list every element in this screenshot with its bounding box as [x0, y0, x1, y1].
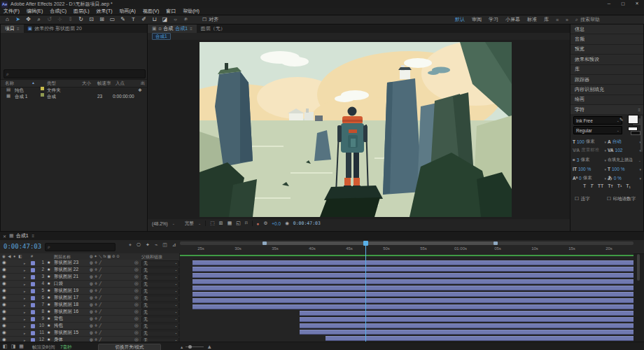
- mask-visibility-icon[interactable]: ⬚: [210, 220, 215, 226]
- pickwhip-icon[interactable]: ◎: [134, 316, 139, 321]
- font-family-select[interactable]: Ink Free ⌄: [573, 116, 622, 125]
- project-search-input[interactable]: ⌕: [4, 69, 146, 78]
- vertical-scale-field[interactable]: ⅠT 100 % ▾: [573, 165, 606, 173]
- ligatures-checkbox[interactable]: ☐ 连字: [575, 196, 590, 202]
- panel-menu-icon[interactable]: ≡: [190, 27, 192, 31]
- layer-bar[interactable]: [192, 286, 634, 290]
- layer-switches[interactable]: ◍✛╱: [90, 281, 103, 286]
- col-size[interactable]: 大小: [82, 80, 91, 86]
- menu-文件(F)[interactable]: 文件(F): [0, 8, 23, 15]
- layer-switches[interactable]: ◍✛╱: [90, 302, 103, 307]
- transparency-grid-icon[interactable]: ▦: [227, 220, 232, 226]
- zoom-in-icon[interactable]: ▲: [206, 344, 212, 350]
- eye-icon[interactable]: ◉: [2, 302, 6, 307]
- layer-bar[interactable]: [192, 279, 634, 284]
- twirl-icon[interactable]: ▸: [24, 295, 26, 301]
- layer-row[interactable]: ◉▸1★形状图层 23◍✛╱◎无⌄: [0, 260, 179, 267]
- label-color[interactable]: [41, 93, 44, 97]
- panel-tab-库[interactable]: 库: [570, 65, 643, 75]
- dolly-camera-tool[interactable]: ⇕: [65, 15, 76, 24]
- twirl-icon[interactable]: ▸: [24, 302, 26, 308]
- label-color[interactable]: [31, 303, 35, 307]
- pickwhip-icon[interactable]: ◎: [134, 274, 139, 279]
- label-color[interactable]: [31, 261, 35, 265]
- parent-select[interactable]: 无⌄: [141, 260, 179, 267]
- panel-tab-绘画[interactable]: 绘画: [570, 95, 643, 105]
- layer-switches[interactable]: ◍✛╱: [90, 288, 103, 293]
- menu-合成(C)[interactable]: 合成(C): [46, 8, 70, 15]
- snapshot-icon[interactable]: ◉: [285, 220, 289, 226]
- label-color[interactable]: [31, 331, 35, 335]
- shape-tool[interactable]: ▭: [107, 15, 118, 24]
- layer-bar[interactable]: [300, 330, 634, 335]
- eye-icon[interactable]: ◉: [2, 316, 6, 321]
- layer-bar[interactable]: [300, 317, 634, 322]
- pickwhip-icon[interactable]: ◎: [134, 295, 139, 300]
- label-color[interactable]: [31, 275, 35, 279]
- layer-row[interactable]: ◉▸3★形状图层 21◍✛╱◎无⌄: [0, 274, 179, 281]
- scrollbar[interactable]: [640, 115, 643, 152]
- tab-composition[interactable]: ▣ ◘ 合成 合成1 ≡: [148, 24, 197, 33]
- parent-select[interactable]: 无⌄: [141, 323, 179, 330]
- layer-row[interactable]: ◉▸8★形状图层 16◍✛╱◎无⌄: [0, 309, 179, 316]
- pickwhip-icon[interactable]: ◎: [134, 267, 139, 272]
- timeline-track-area[interactable]: [180, 253, 634, 342]
- col-out[interactable]: 出: [141, 80, 146, 86]
- layer-row[interactable]: ◉▸2★形状图层 22◍✛╱◎无⌄: [0, 267, 179, 274]
- tab-effect-controls[interactable]: ▣ 效果控件 形状图层 20: [24, 24, 86, 33]
- col-frame-rate[interactable]: 帧速率: [97, 80, 111, 86]
- breadcrumb[interactable]: 合成1: [152, 33, 171, 40]
- region-of-interest-icon[interactable]: ◱: [236, 220, 241, 226]
- panel-tab-效果和预设[interactable]: 效果和预设: [570, 55, 643, 64]
- scrollbar[interactable]: [637, 254, 640, 281]
- layer-switches[interactable]: ◍✛╱: [90, 260, 103, 265]
- current-time-display[interactable]: 0:00:47:03: [4, 243, 41, 250]
- tab-layer[interactable]: 图层（无）: [197, 24, 230, 33]
- stroke-style-select[interactable]: 在填充上描边 ⌄: [608, 156, 641, 164]
- roto-brush-tool[interactable]: ⌔: [170, 15, 181, 24]
- layer-row[interactable]: ◉▸7★形状图层 18◍✛╱◎无⌄: [0, 302, 179, 309]
- label-color[interactable]: [31, 289, 35, 293]
- menu-窗口[interactable]: 窗口: [162, 8, 179, 15]
- hand-tool[interactable]: ✥: [23, 15, 34, 24]
- layer-name[interactable]: 形状图层 19: [54, 288, 89, 293]
- parent-select[interactable]: 无⌄: [141, 330, 179, 337]
- faux-style-5[interactable]: T₁: [626, 183, 631, 188]
- panel-tab-信息[interactable]: 信息: [570, 24, 643, 34]
- settings-icon[interactable]: ⚙: [263, 220, 267, 226]
- label-color[interactable]: [31, 317, 35, 321]
- parent-select[interactable]: 无⌄: [141, 267, 179, 274]
- switches-column-icons[interactable]: ◍ ✦ ＼ fx ▦ ⊘ ⊙: [90, 254, 120, 259]
- label-color[interactable]: [31, 268, 35, 272]
- av-column-icons[interactable]: ◉ ◀ ● ◧: [2, 254, 22, 258]
- layer-bar[interactable]: [300, 311, 634, 316]
- parent-select[interactable]: 无⌄: [141, 274, 179, 281]
- layer-name[interactable]: 形状图层 18: [54, 302, 89, 307]
- layer-row[interactable]: ◉▸10★挎包◍✛╱◎无⌄: [0, 323, 179, 330]
- layer-name[interactable]: 形状图层 16: [54, 309, 89, 314]
- tsume-field[interactable]: あ 0 % ▾: [608, 174, 641, 182]
- work-area-active[interactable]: [265, 241, 496, 245]
- close-button[interactable]: ✕: [630, 0, 644, 8]
- pickwhip-icon[interactable]: ◎: [134, 323, 139, 328]
- layer-switches[interactable]: ◍✛╱: [90, 330, 103, 335]
- viewer-timecode[interactable]: 0:00:47:03: [293, 220, 321, 226]
- tab-project[interactable]: 项目 ≡: [1, 24, 24, 33]
- menu-帮助(H)[interactable]: 帮助(H): [179, 8, 203, 15]
- resolution-select[interactable]: 完整: [185, 220, 194, 227]
- close-icon[interactable]: ✕: [0, 234, 9, 239]
- layer-switches[interactable]: ◍✛╱: [90, 295, 103, 300]
- baseline-shift-field[interactable]: Aª 0 像素 ▾: [573, 174, 606, 182]
- workspace-默认[interactable]: 默认: [455, 16, 465, 23]
- faux-style-1[interactable]: T: [590, 183, 593, 188]
- faux-style-4[interactable]: T¹: [617, 183, 622, 188]
- magnification-select[interactable]: (48.2%): [152, 221, 168, 226]
- workspace-标准[interactable]: 标准: [527, 16, 537, 23]
- layer-row[interactable]: ◉▸4★口袋◍✛╱◎无⌄: [0, 281, 179, 288]
- twirl-icon[interactable]: ▸: [24, 267, 26, 273]
- zoom-out-icon[interactable]: ▴: [181, 344, 183, 350]
- layer-row[interactable]: ◉▸11★形状图层 15◍✛╱◎无⌄: [0, 330, 179, 337]
- brush-tool[interactable]: ✐: [139, 15, 149, 24]
- twirl-icon[interactable]: ▸: [24, 309, 26, 315]
- live-update-icon[interactable]: ◨: [11, 344, 16, 349]
